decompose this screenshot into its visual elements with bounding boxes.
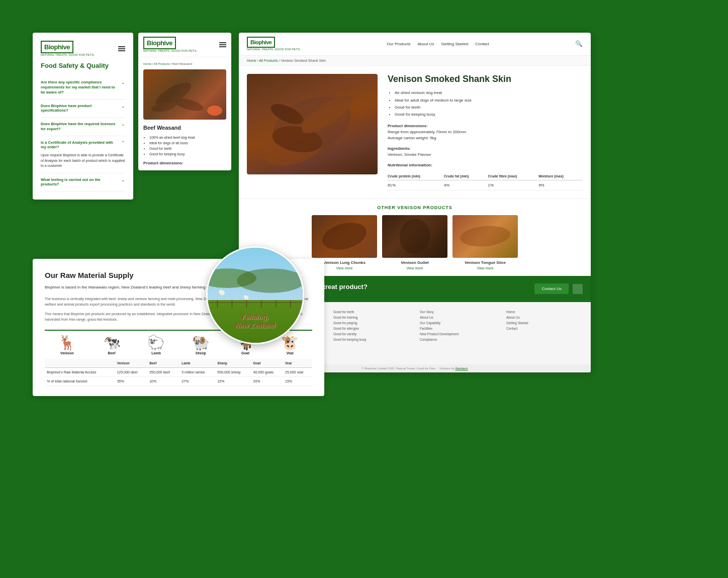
logo-faq: Biophive NATURAL TREATS. GOOD FOR PETS. [41, 41, 95, 57]
footer-col1-item3: Good for playing [333, 320, 410, 326]
beef-panel-header: Biophive NATURAL TREATS. GOOD FOR PETS. [138, 33, 231, 57]
nut-header-moisture: Moisture (max) [538, 172, 583, 180]
svg-point-17 [244, 296, 247, 299]
faq-question-2[interactable]: Does Biophive have product specification… [41, 104, 125, 114]
deer-icon: 🦌 [45, 336, 89, 350]
breadcrumb-current: Beef Weasand [172, 62, 192, 65]
faq-question-text-1: Are there any specific compliance requir… [41, 80, 121, 94]
animal-veal-label: Veal [267, 351, 312, 355]
beef-logo-name: Biophive [147, 39, 172, 47]
chevron-down-icon-2: ⌄ [121, 104, 125, 109]
venison-product-image [247, 74, 378, 174]
feilding-label: Feilding,New Zealand [208, 313, 303, 330]
faq-question-text-4: Is a Certificate of Analysis provided wi… [41, 140, 121, 150]
raw-row2-sheep: 15% [215, 376, 251, 386]
beef-product-bullets: 100% air-dried beef dog treat Ideal for … [143, 135, 226, 157]
feilding-circle-panel: Feilding,New Zealand [206, 246, 304, 344]
footer-col1-item2: Good for training [333, 315, 410, 320]
raw-row2-beef: 10% [147, 376, 179, 386]
raw-table-sheep-header: Sheep [215, 359, 251, 368]
beef-dimensions-label: Product dimensions: [143, 161, 226, 165]
raw-table-veal-header: Veal [283, 359, 312, 368]
animal-beef-label: Beef [89, 351, 134, 355]
faq-title: Food Safety & Quality [41, 62, 125, 70]
other-venison-title: OTHER VENISON PRODUCTS [247, 205, 583, 210]
animal-goat-label: Goat [223, 351, 268, 355]
footer-col3-item3: Getting Started [506, 320, 583, 326]
venison-dimensions-text: Range from approximately 70mm to 200mm [388, 129, 583, 135]
venison-breadcrumb: Home / All Products / Venison Smoked Sha… [239, 56, 591, 66]
svg-point-15 [219, 290, 223, 294]
faq-question-4[interactable]: Is a Certificate of Analysis provided wi… [41, 140, 125, 150]
footer-col1-item6: Good for keeping busy [333, 337, 410, 342]
nav-contact[interactable]: Contact [475, 42, 489, 46]
venison-logo-tagline: NATURAL TREATS. GOOD FOR PETS. [247, 48, 301, 51]
logo-beef: Biophive NATURAL TREATS. GOOD FOR PETS. [143, 37, 197, 53]
footer-col1-item1: Good for teeth [333, 309, 410, 315]
venison-bc-all[interactable]: All Products [259, 59, 278, 62]
venison-ingredients-label: Ingredients: [388, 146, 583, 151]
cta-actions: Contact Us [534, 283, 583, 294]
venison-bullet-3: Good for teeth [395, 104, 583, 111]
faq-question-1[interactable]: Are there any specific compliance requir… [41, 80, 125, 94]
lamb-icon: 🐑 [134, 336, 178, 350]
hamburger-menu-icon[interactable] [118, 45, 125, 52]
beef-bullet-2: Ideal for dogs of all sizes [149, 140, 226, 146]
venison-bullet-1: Air-dried venison dog treat [395, 89, 583, 97]
faq-question-5[interactable]: What testing is carried out on the produ… [41, 177, 125, 187]
nut-val-fibre: 1% [488, 180, 538, 190]
nav-our-products[interactable]: Our Products [387, 42, 410, 46]
venison-carton-text: Average carton weight: 5kg [388, 135, 583, 141]
beef-product-name: Beef Weasand [143, 125, 226, 131]
cow-icon: 🐄 [89, 336, 134, 350]
raw-row1-veal: 25,000 veal [283, 367, 312, 376]
breadcrumb-home[interactable]: Home [143, 62, 151, 65]
venison-product-details: Venison Smoked Shank Skin Air-dried veni… [388, 74, 583, 190]
nut-val-protein: 81% [388, 180, 444, 190]
animal-lamb: 🐑 Lamb [134, 336, 178, 355]
breadcrumb-all-products[interactable]: All Products [154, 62, 170, 65]
venison-bullet-2: Ideal for adult dogs of medium to large … [395, 97, 583, 104]
other-product-2-image [382, 215, 447, 258]
faq-item-1: Are there any specific compliance requir… [41, 76, 125, 99]
raw-table-row-access: Biophive's Raw Material Access 125,000 d… [45, 367, 312, 376]
nut-header-fat: Crude fat (min) [444, 172, 488, 180]
venison-bullet-4: Good for keeping busy [395, 111, 583, 118]
raw-row2-veal: 15% [283, 376, 312, 386]
beef-bullet-4: Good for keeping busy [149, 151, 226, 157]
venison-logo-name: Biophive [250, 39, 271, 45]
nav-about-us[interactable]: About Us [417, 42, 434, 46]
raw-row2-venison: 35% [115, 376, 148, 386]
raw-table-beef-header: Beef [147, 359, 179, 368]
raw-data-table: Venison Beef Lamb Sheep Goat Veal Biophi… [45, 359, 312, 386]
other-product-3-link[interactable]: View more [452, 266, 518, 270]
beef-hamburger-icon[interactable] [219, 41, 226, 48]
footer-col3-item1: Home [506, 309, 583, 315]
faq-question-text-2: Does Biophive have product specification… [41, 104, 121, 114]
footer-col2-item4: Facilities [420, 326, 496, 331]
other-product-2-link[interactable]: View more [382, 266, 447, 270]
logo-name: Biophive [44, 43, 70, 51]
chevron-down-icon-3: ⌄ [121, 122, 125, 127]
footer-col2-item5: New Product Development [420, 331, 496, 337]
nut-header-fibre: Crude fibre (max) [488, 172, 538, 180]
contact-us-button[interactable]: Contact Us [534, 283, 569, 294]
footer-col3-item4: Contact [506, 326, 583, 331]
farming-scene: Feilding,New Zealand [208, 248, 303, 343]
other-product-3: Venison Tongue Slice View more [452, 215, 518, 270]
search-icon[interactable]: 🔍 [575, 40, 583, 47]
faq-panel: Biophive NATURAL TREATS. GOOD FOR PETS. … [33, 33, 133, 200]
raw-row1-sheep: 500,000 sheep [215, 367, 251, 376]
venison-dimensions-label: Product dimensions: [388, 124, 583, 128]
chevron-down-icon-1: ⌄ [121, 80, 125, 85]
raw-table-label-col [45, 359, 115, 368]
faq-question-3[interactable]: Does Biophive have the required licenses… [41, 122, 125, 132]
faq-item-5: What testing is carried out on the produ… [41, 173, 125, 192]
venison-nutrition-table: Crude protein (min) Crude fat (min) Crud… [388, 172, 583, 190]
svg-point-8 [397, 216, 432, 256]
venison-bc-home[interactable]: Home [247, 59, 256, 62]
solution-link[interactable]: Weddech [455, 367, 468, 370]
footer-col1: Good for teeth Good for training Good fo… [333, 309, 410, 357]
raw-row2-goat: 20% [251, 376, 284, 386]
nav-getting-started[interactable]: Getting Started [441, 42, 468, 46]
